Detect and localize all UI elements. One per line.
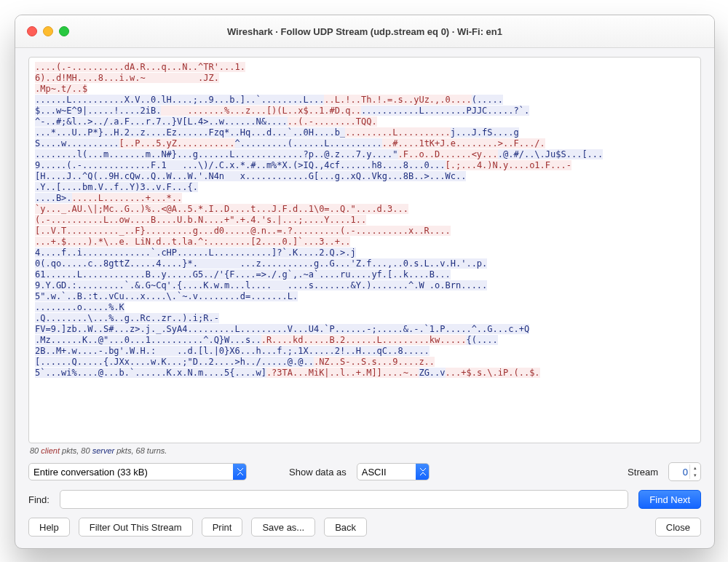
content-area: ....(.-..........dA.R...q...N..^TR'...1.…	[15, 48, 714, 548]
filter-out-button[interactable]: Filter Out This Stream	[79, 518, 193, 537]
client-segment: ..#....1tK+J.e........>..F.../.	[382, 138, 545, 149]
server-segment: ........l(...m.......m..N#}...g......L..…	[35, 149, 398, 159]
server-segment: 5`...wi%....@...b.`......K.x.N.m....5{..…	[35, 368, 266, 378]
window-title: Wireshark · Follow UDP Stream (udp.strea…	[15, 26, 714, 37]
close-button[interactable]: Close	[655, 518, 701, 537]
client-segment: ...+$.s.\.iP.(..$.	[446, 368, 540, 378]
server-segment: ......L..........X.V..0.lH....;..9...b.]…	[35, 95, 324, 105]
client-segment: .R....kd.....B.2......L.........kw.....	[261, 335, 467, 345]
client-segment: .F..o..D......<y...	[398, 149, 498, 159]
show-data-as-label: Show data as	[289, 467, 347, 478]
stream-label: Stream	[628, 467, 658, 478]
stream-stepper-arrows: ▴ ▾	[689, 464, 700, 479]
conversation-select[interactable]: Entire conversation (33 kB)	[28, 463, 247, 480]
help-button[interactable]: Help	[28, 518, 70, 537]
conversation-select-wrap: Entire conversation (33 kB)	[28, 463, 247, 480]
find-row: Find: Find Next	[28, 490, 701, 509]
server-segment: ^.........(......L..........	[235, 138, 382, 149]
button-bar: Help Filter Out This Stream Print Save a…	[28, 518, 701, 537]
stream-step-up-icon[interactable]: ▴	[690, 464, 700, 472]
client-segment: .....L........+...*.. `y..._.AU.\|;Mc..G…	[35, 193, 451, 247]
find-input[interactable]	[60, 490, 628, 509]
back-button[interactable]: Back	[324, 518, 367, 537]
stream-pane: ....(.-..........dA.R...q...N..^TR'...1.…	[28, 57, 701, 443]
client-segment: .NZ..S-..S.s...9....z..	[314, 357, 435, 367]
client-segment: ..(.-........TQQ.	[288, 116, 377, 127]
find-label: Find:	[28, 494, 50, 505]
server-segment: ...*...U..P*}..H.2..z....Ez......Fzq*..H…	[35, 127, 345, 138]
client-segment: .?3TA...MiK|..l..+.M]]....~..	[266, 368, 419, 378]
server-segment: 4....f..i.............`.cHP......L......…	[35, 248, 529, 345]
client-segment: ..L.!..Th.!.=.s..yUz.,.0....	[324, 95, 471, 105]
stream-step-down-icon[interactable]: ▾	[690, 472, 700, 479]
options-row: Entire conversation (33 kB) Show data as…	[28, 462, 701, 481]
client-segment: [.;...4.)N.y....o1.F...-	[446, 160, 571, 170]
wireshark-follow-stream-window: Wireshark · Follow UDP Stream (udp.strea…	[15, 15, 715, 549]
server-segment: ZG..v	[419, 368, 445, 378]
print-button[interactable]: Print	[202, 518, 243, 537]
packet-stats: 80 client pkts, 80 server pkts, 68 turns…	[28, 443, 701, 462]
show-data-as-select[interactable]: ASCII	[357, 463, 430, 480]
titlebar: Wireshark · Follow UDP Stream (udp.strea…	[15, 15, 714, 48]
client-segment: ....(.-..........dA.R...q...N..^TR'...1.…	[35, 62, 245, 94]
stream-value-input[interactable]	[669, 464, 689, 480]
client-segment: .........L..........	[345, 127, 451, 138]
stream-text[interactable]: ....(.-..........dA.R...q...N..^TR'...1.…	[28, 57, 701, 443]
find-next-button[interactable]: Find Next	[638, 490, 701, 509]
client-segment: [..P...5.yZ...........	[119, 138, 235, 149]
show-data-as-select-wrap: ASCII	[357, 463, 430, 480]
client-segment: .......%...z...[)(L..x$..1.#D.q..	[161, 106, 361, 116]
stream-stepper[interactable]: ▴ ▾	[668, 462, 701, 481]
save-as-button[interactable]: Save as...	[251, 518, 315, 537]
